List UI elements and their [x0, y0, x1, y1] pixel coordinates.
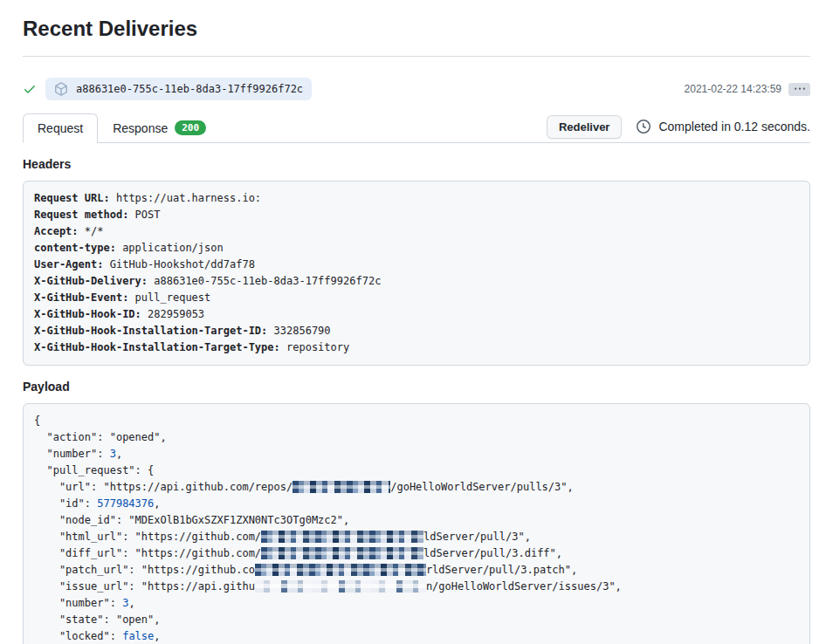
payload-line: "issue_url": "https://api.githun/goHello… — [34, 579, 799, 595]
redacted-text — [261, 547, 423, 559]
payload-line: { — [34, 413, 799, 429]
redacted-text — [261, 531, 423, 543]
completed-duration-text: Completed in 0.12 seconds. — [658, 120, 810, 134]
divider — [23, 56, 810, 57]
payload-line: "node_id": "MDExOlB1bGxSZXF1ZXN0NTc3OTg0… — [34, 512, 799, 529]
response-status-badge: 200 — [175, 120, 206, 135]
payload-line: "number": 3, — [34, 595, 799, 612]
payload-line: "url": "https://api.github.com/repos//go… — [34, 479, 799, 496]
kebab-horizontal-icon — [795, 84, 805, 94]
delivery-timestamp: 2021-02-22 14:23:59 — [685, 83, 781, 95]
header-line: X-GitHub-Hook-Installation-Target-ID: 33… — [34, 323, 799, 339]
clock-icon — [637, 120, 651, 134]
redacted-text — [293, 481, 390, 493]
header-line: X-GitHub-Hook-Installation-Target-Type: … — [34, 339, 799, 356]
request-response-tabnav: Request Response 200 Redeliver Completed… — [23, 113, 810, 143]
header-line: X-GitHub-Hook-ID: 282959053 — [34, 306, 799, 323]
payload-line: "locked": false, — [34, 628, 799, 644]
header-line: X-GitHub-Event: pull_request — [34, 290, 799, 306]
tab-request[interactable]: Request — [23, 113, 98, 143]
payload-line: "patch_url": "https://github.corldServer… — [34, 562, 799, 579]
payload-title: Payload — [23, 380, 810, 394]
payload-line: "diff_url": "https://github.com/ldServer… — [34, 545, 799, 562]
tab-response-label: Response — [113, 121, 168, 135]
recent-deliveries-page: Recent Deliveries a88631e0-755c-11eb-8da… — [0, 0, 833, 644]
delivery-id: a88631e0-755c-11eb-8da3-17ff9926f72c — [76, 83, 303, 95]
headers-title: Headers — [23, 157, 810, 171]
payload-line: "pull_request": { — [34, 462, 799, 479]
payload-code: { "action": "opened", "number": 3, "pull… — [23, 403, 810, 644]
payload-line: "state": "open", — [34, 612, 799, 628]
tab-request-label: Request — [38, 121, 83, 135]
tabnav-right: Redeliver Completed in 0.12 seconds. — [547, 115, 810, 140]
delivery-row: a88631e0-755c-11eb-8da3-17ff9926f72c 202… — [23, 78, 810, 100]
headers-code: Request URL: https://uat.harness.io:Requ… — [23, 181, 810, 366]
payload-line: "html_url": "https://github.com/ldServer… — [34, 529, 799, 545]
redeliver-button[interactable]: Redeliver — [547, 115, 623, 139]
check-icon — [23, 82, 37, 96]
header-line: User-Agent: GitHub-Hookshot/dd7af78 — [34, 257, 799, 273]
redacted-text — [255, 580, 426, 593]
payload-line: "id": 577984376, — [34, 496, 799, 512]
header-line: Accept: */* — [34, 223, 799, 240]
header-line: X-GitHub-Delivery: a88631e0-755c-11eb-8d… — [34, 273, 799, 290]
package-icon — [54, 82, 68, 96]
header-line: content-type: application/json — [34, 240, 799, 257]
page-title: Recent Deliveries — [23, 16, 810, 42]
header-line: Request URL: https://uat.harness.io: — [34, 190, 799, 207]
tab-response[interactable]: Response 200 — [98, 113, 221, 142]
header-line: Request method: POST — [34, 207, 799, 223]
more-options-button[interactable] — [788, 83, 810, 96]
payload-line: "number": 3, — [34, 446, 799, 462]
redacted-text — [255, 564, 426, 576]
delivery-id-pill[interactable]: a88631e0-755c-11eb-8da3-17ff9926f72c — [45, 78, 312, 100]
payload-line: "action": "opened", — [34, 429, 799, 446]
